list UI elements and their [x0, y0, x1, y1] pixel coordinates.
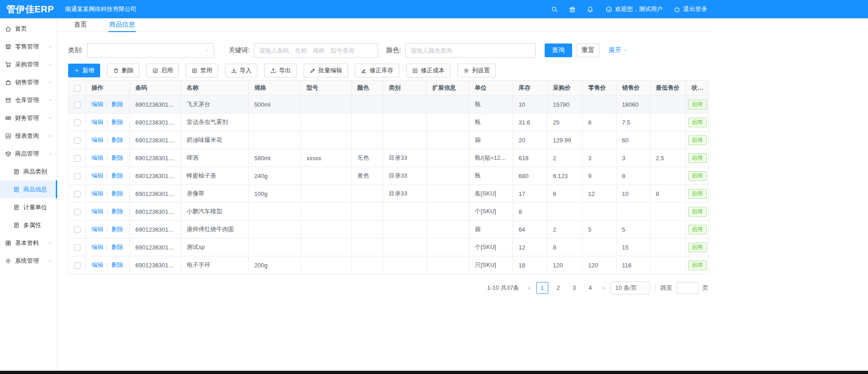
table-header-row: 操作条码名称规格型号颜色类别扩展信息单位库存采购价零售价销售价最低售价状态: [69, 81, 709, 96]
sidebar: 首页 零售管理 采购管理 销售管理 仓库管理 财务管理 报表查询 商品管理 商品…: [0, 18, 57, 371]
cell-model: [301, 96, 352, 114]
column-header: 库存: [513, 81, 547, 96]
sidebar-item[interactable]: 采购管理: [0, 55, 57, 73]
color-input[interactable]: [405, 43, 536, 58]
sidebar-item[interactable]: 销售管理: [0, 73, 57, 91]
row-checkbox[interactable]: [74, 119, 80, 126]
delete-link[interactable]: 删除: [111, 244, 123, 250]
row-checkbox[interactable]: [74, 155, 80, 162]
cell-retail-price: 12: [583, 185, 616, 203]
page-size-select[interactable]: 10 条/页: [611, 282, 650, 294]
toolbar-button[interactable]: 列设置: [457, 64, 496, 77]
toolbar-button[interactable]: 删除: [107, 64, 139, 77]
cell-color: [352, 238, 383, 256]
sidebar-item[interactable]: 零售管理: [0, 38, 57, 55]
edit-link[interactable]: 编辑: [91, 190, 103, 197]
cell-color: [352, 221, 383, 238]
sidebar-item[interactable]: 首页: [0, 20, 57, 38]
delete-link[interactable]: 删除: [111, 190, 123, 197]
edit-link[interactable]: 编辑: [91, 172, 103, 179]
select-all-checkbox[interactable]: [74, 85, 80, 92]
row-checkbox[interactable]: [74, 227, 80, 233]
toolbar-button[interactable]: 启用: [146, 64, 179, 77]
sidebar-item[interactable]: 报表查询: [0, 127, 57, 145]
sidebar-item-label: 首页: [15, 25, 27, 33]
sidebar-item[interactable]: 计量单位: [0, 198, 57, 216]
cell-purchase-price: 15780: [547, 96, 583, 114]
cell-model: [301, 256, 352, 274]
category-select[interactable]: [87, 43, 214, 58]
cell-color: 无色: [352, 149, 383, 167]
edit-link[interactable]: 编辑: [91, 244, 103, 250]
row-checkbox[interactable]: [74, 173, 80, 179]
toolbar-button[interactable]: 批量编辑: [304, 64, 348, 77]
sidebar-item[interactable]: 商品管理: [0, 145, 57, 163]
edit-link[interactable]: 编辑: [91, 226, 103, 233]
search-button[interactable]: 查询: [545, 43, 572, 57]
page-button[interactable]: 3: [568, 282, 580, 294]
sidebar-item[interactable]: 多属性: [0, 216, 57, 234]
delete-link[interactable]: 删除: [111, 261, 123, 268]
page-button[interactable]: 4: [584, 282, 596, 294]
link-separator: |: [107, 261, 108, 268]
search-icon[interactable]: [551, 6, 558, 13]
cell-purchase-price: 120: [547, 256, 583, 274]
bell-icon[interactable]: [587, 6, 594, 13]
edit-link[interactable]: 编辑: [91, 261, 103, 268]
sidebar-item[interactable]: 仓库管理: [0, 91, 57, 109]
delete-link[interactable]: 删除: [111, 101, 123, 108]
bank-icon[interactable]: [569, 6, 576, 13]
edit-link[interactable]: 编辑: [91, 208, 103, 215]
row-checkbox[interactable]: [74, 244, 80, 251]
row-checkbox[interactable]: [74, 191, 80, 197]
delete-link[interactable]: 删除: [111, 154, 123, 161]
row-checkbox[interactable]: [74, 209, 80, 215]
edit-link[interactable]: 编辑: [91, 101, 103, 108]
sidebar-item[interactable]: 商品信息: [0, 180, 57, 198]
delete-link[interactable]: 删除: [111, 208, 123, 215]
next-page-button[interactable]: >: [600, 285, 607, 292]
link-separator: |: [107, 172, 108, 179]
prev-page-button[interactable]: <: [526, 285, 532, 292]
tab[interactable]: 首页: [73, 18, 88, 32]
row-checkbox[interactable]: [74, 102, 80, 108]
delete-link[interactable]: 删除: [111, 136, 123, 143]
delete-link[interactable]: 删除: [111, 226, 123, 233]
cell-name: 飞天茅台: [181, 96, 249, 114]
edit-link[interactable]: 编辑: [91, 154, 103, 161]
color-label: 颜色:: [386, 46, 401, 54]
sidebar-item[interactable]: 商品类别: [0, 163, 57, 180]
toolbar-button[interactable]: 导出: [264, 64, 297, 77]
reset-button[interactable]: 重置: [577, 43, 600, 57]
toolbar-button[interactable]: 禁用: [186, 64, 218, 77]
delete-link[interactable]: 删除: [111, 172, 123, 179]
cell-operations: 编辑|删除: [86, 185, 130, 203]
toolbar-button[interactable]: 导入: [225, 64, 257, 77]
toolbar-button[interactable]: 修正库存: [355, 64, 399, 77]
sidebar-item[interactable]: 基本资料: [0, 234, 57, 252]
edit-link[interactable]: 编辑: [91, 136, 103, 143]
toolbar-button[interactable]: 新增: [68, 64, 100, 77]
toolbar-button[interactable]: 修正成本: [406, 64, 450, 77]
cell-sale-price: 7.5: [616, 114, 650, 131]
keyword-input[interactable]: [254, 43, 378, 58]
row-checkbox[interactable]: [74, 262, 80, 269]
page-button[interactable]: 1: [536, 282, 548, 294]
page-button[interactable]: 2: [552, 282, 564, 294]
cell-unit: 瓶: [469, 167, 513, 185]
expand-link[interactable]: 展开: [609, 46, 628, 54]
delete-link[interactable]: 删除: [111, 119, 123, 125]
toolbar-button-label: 禁用: [200, 66, 212, 75]
cell-category: 目录33: [383, 167, 427, 185]
logout-button[interactable]: 退出登录: [674, 5, 707, 13]
user-circle-icon: [605, 6, 612, 13]
toolbar-button-label: 修正成本: [421, 66, 445, 75]
edit-link[interactable]: 编辑: [91, 119, 103, 125]
row-checkbox[interactable]: [74, 137, 80, 144]
tab[interactable]: 商品信息: [108, 18, 136, 32]
user-menu[interactable]: 欢迎您，测试用户: [605, 5, 663, 13]
sidebar-item[interactable]: 财务管理: [0, 109, 57, 127]
cell-stock: 31.6: [513, 114, 547, 131]
sidebar-item[interactable]: 系统管理: [0, 252, 57, 270]
jump-input[interactable]: [676, 282, 698, 294]
